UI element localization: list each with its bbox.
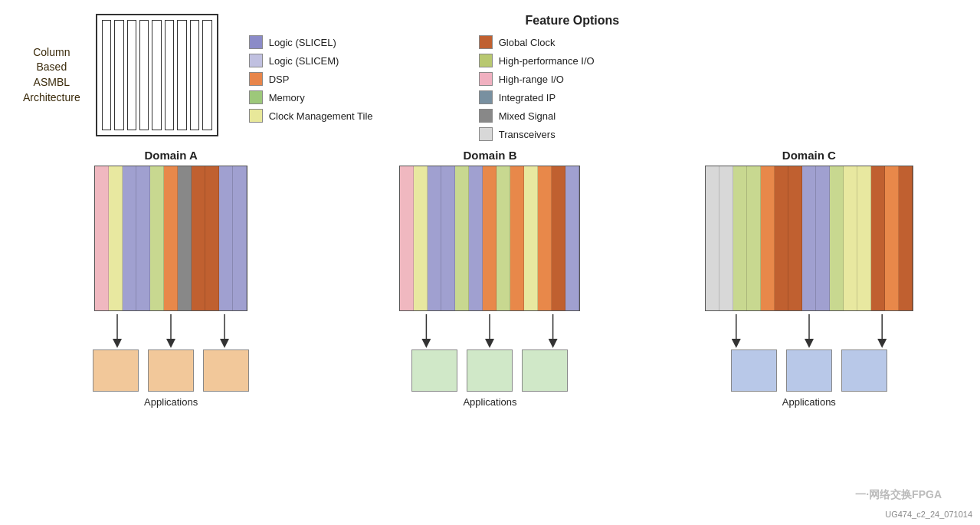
col-strip-2-1 [719,166,733,310]
col-strip-2-12 [871,166,885,310]
legend-item-left-2: DSP [249,72,464,86]
arch-col-8 [202,20,211,130]
col-strip-1-10 [538,166,552,310]
app-box-0-2 [203,349,249,392]
domain-label-2: Domain C [782,149,836,162]
col-strip-2-13 [885,166,899,310]
arch-col-4 [152,20,161,130]
legend-label-left-3: Memory [269,92,305,103]
legend-label-left-0: Logic (SLICEL) [269,37,336,48]
app-boxes-2 [731,349,887,392]
legend-item-right-1: High-performance I/O [479,54,693,67]
legend-item-right-0: Global Clock [479,35,693,49]
legend-swatch-left-0 [249,35,263,49]
legend-label-right-4: Mixed Signal [499,110,556,122]
domain-block-0: Domain AApplications [15,149,326,408]
col-strip-2-2 [733,166,747,310]
app-box-2-2 [841,349,887,392]
col-strip-2-10 [844,166,857,310]
columns-grid-1 [399,166,580,311]
arrows-apps-1: Applications [334,314,645,408]
col-strip-2-11 [857,166,871,310]
legend-item-left-1: Logic (SLICEM) [249,54,464,67]
legend-swatch-left-1 [249,54,263,67]
arrow-svg-1 [399,314,580,348]
columns-grid-2 [705,166,913,311]
col-strip-2-7 [802,166,816,310]
col-strip-0-6 [178,166,192,310]
col-strip-2-9 [830,166,844,310]
app-box-1-2 [522,349,568,392]
col-strip-0-4 [150,166,164,310]
col-strip-0-8 [205,166,219,310]
app-label-1: Applications [463,396,516,408]
col-strip-1-7 [497,166,510,310]
col-strip-1-0 [400,166,414,310]
arrow-container-0 [94,314,247,348]
arrow-container-2 [705,314,913,348]
legend-label-right-2: High-range I/O [499,74,564,85]
col-strip-2-0 [706,166,719,310]
legend-right-col: Global ClockHigh-performance I/OHigh-ran… [479,35,693,141]
legend-swatch-left-3 [249,90,263,104]
col-strip-2-6 [788,166,802,310]
col-strip-1-11 [552,166,565,310]
col-strip-0-1 [109,166,123,310]
col-strip-0-5 [164,166,178,310]
legend-label-right-5: Transceivers [499,129,556,140]
col-strip-0-10 [233,166,247,310]
col-strip-1-3 [441,166,455,310]
arch-label-line1: Column [23,45,80,61]
app-label-0: Applications [144,396,198,408]
domain-label-1: Domain B [463,149,516,162]
arch-col-1 [114,20,123,130]
arch-col-3 [139,20,149,130]
app-box-0-0 [93,349,139,392]
app-box-1-0 [411,349,457,392]
legend-swatch-right-1 [479,54,493,67]
legend-swatch-right-0 [479,35,493,49]
arrow-svg-2 [705,314,913,348]
arch-section: Column Based ASMBL Architecture [23,14,218,136]
legend-swatch-right-4 [479,109,493,123]
domain-block-1: Domain BApplications [334,149,645,408]
arch-col-6 [177,20,186,130]
col-strip-1-9 [524,166,538,310]
col-strip-1-5 [469,166,483,310]
feature-options: Feature Options Logic (SLICEL)Logic (SLI… [218,14,957,141]
arch-col-2 [127,20,136,130]
arrow-container-1 [399,314,580,348]
feature-options-title: Feature Options [188,14,957,28]
col-strip-1-6 [483,166,497,310]
col-strip-2-14 [899,166,913,310]
arrows-apps-2: Applications [654,314,965,408]
app-box-0-1 [148,349,194,392]
arch-col-0 [102,20,111,130]
legend-label-left-1: Logic (SLICEM) [269,55,339,67]
legend-label-right-0: Global Clock [499,37,556,48]
app-label-2: Applications [782,396,836,408]
domain-label-0: Domain A [144,149,197,162]
legend-item-right-3: Integrated IP [479,90,693,104]
legend-item-right-5: Transceivers [479,127,693,141]
col-strip-2-8 [816,166,830,310]
col-strip-2-5 [775,166,788,310]
arch-col-7 [190,20,199,130]
col-strip-1-1 [414,166,428,310]
legend-swatch-left-4 [249,109,263,123]
legend-label-right-3: Integrated IP [499,92,556,103]
col-strip-0-7 [192,166,205,310]
legend-swatch-right-3 [479,90,493,104]
col-strip-0-9 [219,166,233,310]
col-strip-1-8 [510,166,524,310]
app-boxes-1 [411,349,568,392]
app-boxes-0 [93,349,249,392]
app-box-2-0 [731,349,777,392]
col-strip-1-4 [455,166,469,310]
arrow-svg-0 [94,314,247,348]
legend-swatch-right-2 [479,72,493,86]
arch-label: Column Based ASMBL Architecture [23,45,80,105]
col-strip-1-12 [565,166,579,310]
legend-label-left-4: Clock Management Tile [269,110,373,122]
columns-grid-0 [94,166,247,311]
